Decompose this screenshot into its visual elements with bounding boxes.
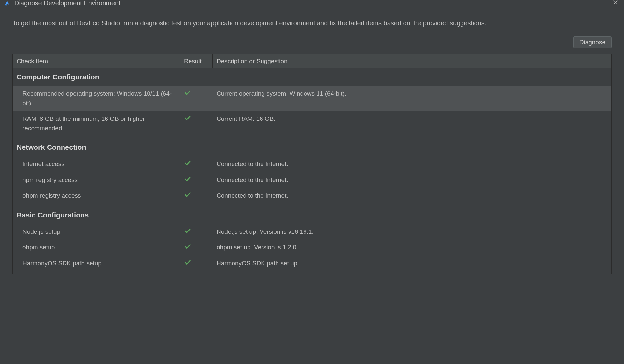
description-cell: Current operating system: Windows 11 (64… — [213, 89, 611, 108]
checkmark-icon — [184, 114, 191, 121]
result-cell — [180, 175, 213, 185]
description-cell: Connected to the Internet. — [213, 160, 611, 169]
checkmark-icon — [184, 89, 191, 96]
table-row[interactable]: npm registry accessConnected to the Inte… — [13, 172, 611, 188]
diagnostic-table: Check Item Result Description or Suggest… — [12, 54, 612, 274]
header-result: Result — [180, 54, 213, 68]
button-row: Diagnose — [12, 36, 612, 48]
result-cell — [180, 243, 213, 252]
check-item-cell: Internet access — [13, 160, 180, 169]
table-row[interactable]: Recommended operating system: Windows 10… — [13, 86, 611, 111]
check-item-cell: ohpm registry access — [13, 191, 180, 201]
description-cell: HarmonyOS SDK path set up. — [213, 259, 611, 268]
check-item-cell: ohpm setup — [13, 243, 180, 252]
result-cell — [180, 89, 213, 108]
table-body: Computer ConfigurationRecommended operat… — [13, 68, 611, 274]
section-gap — [13, 136, 611, 139]
table-row[interactable]: RAM: 8 GB at the minimum, 16 GB or highe… — [13, 111, 611, 136]
result-cell — [180, 160, 213, 169]
checkmark-icon — [184, 160, 191, 167]
table-row[interactable]: Node.js setupNode.js set up. Version is … — [13, 224, 611, 240]
result-cell — [180, 259, 213, 268]
content-area: To get the most out of DevEco Studio, ru… — [0, 9, 624, 274]
window-title: Diagnose Development Environment — [14, 0, 611, 7]
checkmark-icon — [184, 259, 191, 266]
section-header: Computer Configuration — [13, 68, 611, 86]
table-row[interactable]: Internet accessConnected to the Internet… — [13, 156, 611, 172]
header-description: Description or Suggestion — [213, 54, 611, 68]
description-cell: ohpm set up. Version is 1.2.0. — [213, 243, 611, 252]
table-row[interactable]: HarmonyOS SDK path setupHarmonyOS SDK pa… — [13, 256, 611, 272]
checkmark-icon — [184, 243, 191, 250]
close-button[interactable] — [611, 0, 620, 7]
diagnose-button[interactable]: Diagnose — [573, 36, 612, 48]
description-cell: Connected to the Internet. — [213, 191, 611, 201]
description-cell: Current RAM: 16 GB. — [213, 114, 611, 133]
table-row[interactable]: ohpm registry accessConnected to the Int… — [13, 188, 611, 204]
description-cell: Connected to the Internet. — [213, 175, 611, 185]
check-item-cell: RAM: 8 GB at the minimum, 16 GB or highe… — [13, 114, 180, 133]
description-text: To get the most out of DevEco Studio, ru… — [12, 18, 612, 28]
check-item-cell: npm registry access — [13, 175, 180, 185]
checkmark-icon — [184, 191, 191, 198]
header-check-item: Check Item — [13, 54, 180, 68]
checkmark-icon — [184, 227, 191, 234]
app-logo-icon — [4, 0, 10, 7]
title-bar: Diagnose Development Environment — [0, 0, 624, 9]
section-header: Basic Configurations — [13, 206, 611, 224]
section-gap — [13, 204, 611, 206]
table-row[interactable]: ohpm setupohpm set up. Version is 1.2.0. — [13, 240, 611, 256]
check-item-cell: Node.js setup — [13, 227, 180, 237]
result-cell — [180, 114, 213, 133]
check-item-cell: HarmonyOS SDK path setup — [13, 259, 180, 268]
result-cell — [180, 227, 213, 237]
close-icon — [613, 0, 618, 5]
section-gap — [13, 271, 611, 274]
check-item-cell: Recommended operating system: Windows 10… — [13, 89, 180, 108]
table-header: Check Item Result Description or Suggest… — [13, 54, 611, 68]
section-header: Network Connection — [13, 139, 611, 156]
description-cell: Node.js set up. Version is v16.19.1. — [213, 227, 611, 237]
result-cell — [180, 191, 213, 201]
checkmark-icon — [184, 175, 191, 183]
